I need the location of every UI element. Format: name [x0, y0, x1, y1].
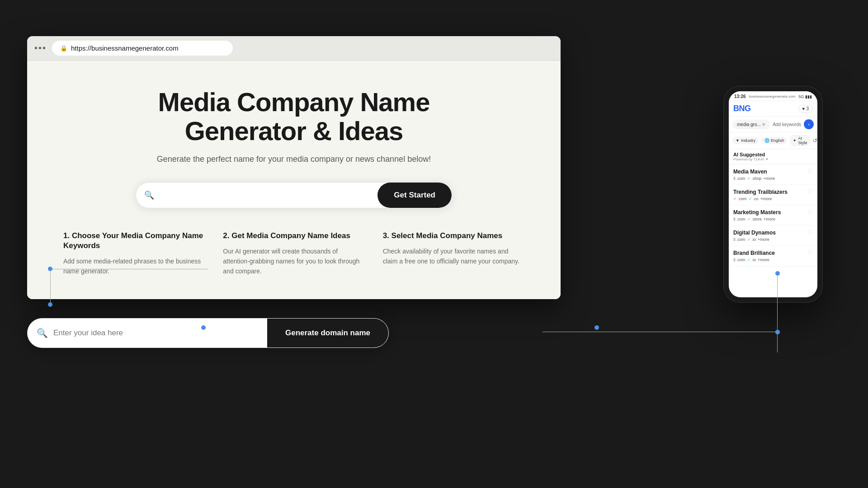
bottom-search-input-wrapper: 🔍	[28, 319, 267, 347]
name-title: Marketing Masters	[733, 209, 781, 216]
connector-dot-bottom	[48, 302, 52, 307]
heart-icon: ♥	[802, 106, 805, 111]
domain-tag-more[interactable]: +more	[760, 197, 772, 201]
dots-icon: •••	[34, 43, 47, 53]
phone-search-chip[interactable]: media gro... ✕	[732, 120, 770, 129]
website-content: Media Company Name Generator & Ideas Gen…	[27, 61, 561, 299]
domain-tag-com: $.com	[733, 237, 745, 242]
domain-tag-more[interactable]: +more	[764, 217, 775, 221]
favorite-heart-icon[interactable]: ♡	[807, 168, 813, 175]
filter-icon: ▼	[736, 138, 740, 143]
heart-count: 3	[806, 106, 809, 111]
domain-tag-more[interactable]: +more	[758, 237, 769, 242]
main-search-bar[interactable]: 🔍 Get Started	[136, 182, 452, 208]
language-filter[interactable]: 🌐 English	[761, 137, 788, 144]
ai-style-filter-label: AI Style	[798, 136, 807, 145]
phone-connector-horizontal	[542, 332, 778, 332]
ai-badge-icon: ✦	[765, 157, 769, 161]
phone-header: BNG ♥ 3	[729, 101, 817, 117]
brand-brilliance-title: Brand Brilliance	[733, 250, 775, 256]
phone-filter-row: ▼ Industry 🌐 English ✦ AI Style ↺	[729, 132, 817, 149]
domain-tag-more[interactable]: +more	[764, 176, 775, 181]
step-2: 2. Get Media Company Name Ideas Our AI g…	[223, 231, 364, 277]
phone-mockup: 13:26 businessnamegenerator.com 5G ▮▮▮ B…	[723, 86, 823, 303]
domain-tag-com: $.com	[733, 258, 745, 262]
step-1-title: 1. Choose Your Media Company Name Keywor…	[63, 231, 205, 251]
list-item[interactable]: Brand Brilliance ♡ $.com ✓.io +more	[729, 246, 817, 266]
step-1-desc: Add some media-related phrases to the bu…	[63, 256, 205, 277]
arrow-right-icon: ›	[808, 122, 810, 127]
domain-tag-shop: ✓.shop	[747, 176, 762, 181]
step-2-desc: Our AI generator will create thousands o…	[223, 246, 364, 277]
step-3: 3. Select Media Company Names Check avai…	[383, 231, 524, 277]
name-title: Digital Dynamos	[733, 230, 776, 236]
connector-line-left	[50, 269, 51, 305]
list-item[interactable]: Media Maven ♡ $.com ✓.shop +more	[729, 164, 817, 185]
browser-window: ••• 🔒 https://businessnamegenerator.com …	[27, 36, 561, 299]
bng-logo: BNG	[733, 104, 751, 113]
add-keywords-link[interactable]: Add keywords	[773, 122, 801, 127]
phone-status-bar: 13:26 businessnamegenerator.com 5G ▮▮▮	[729, 91, 817, 101]
name-title: Trending Trailblazers	[733, 189, 788, 195]
search-keyword: media gro...	[737, 122, 761, 127]
selection-handle-bottom-center	[201, 325, 206, 330]
ai-style-filter[interactable]: ✦ AI Style	[790, 135, 810, 146]
list-item[interactable]: Digital Dynamos ♡ $.com ✓.io +more	[729, 225, 817, 246]
ai-suggested-section: AI Suggested Powered by T1A AI ✦	[729, 149, 817, 164]
domain-tag-com: $.com	[733, 176, 745, 181]
connector-dot-top	[48, 267, 52, 271]
phone-search-row: media gro... ✕ Add keywords ›	[729, 117, 817, 132]
main-search-input[interactable]	[136, 183, 377, 207]
name-results-list: Media Maven ♡ $.com ✓.shop +more Trendin…	[729, 164, 817, 297]
favorites-badge[interactable]: ♥ 3	[798, 105, 813, 113]
domain-tag-com: $.com	[733, 217, 745, 221]
favorite-heart-icon[interactable]: ♡	[807, 188, 813, 195]
domain-tag-co: ✓.co	[749, 197, 759, 201]
generate-domain-button[interactable]: Generate domain name	[267, 319, 388, 347]
search-input-wrapper: 🔍	[136, 183, 377, 208]
globe-icon: 🌐	[764, 138, 769, 143]
list-item[interactable]: Marketing Masters ♡ $.com ✓.store +more	[729, 205, 817, 225]
favorite-heart-icon[interactable]: ♡	[807, 209, 813, 216]
connector-line-top	[50, 269, 208, 269]
phone-connector-dot-top	[775, 271, 780, 276]
bottom-search-input[interactable]	[53, 319, 258, 347]
phone-url: businessnamegenerator.com	[749, 94, 796, 99]
bottom-search-icon: 🔍	[37, 328, 48, 338]
favorite-heart-icon[interactable]: ♡	[807, 229, 813, 236]
page-subtitle: Generate the perfect name for your media…	[63, 155, 524, 164]
domain-tag-store: ✓.store	[747, 217, 762, 221]
ai-icon: ✦	[793, 138, 797, 143]
phone-status-icons: 5G ▮▮▮	[798, 94, 812, 99]
phone-connector-vertical	[777, 273, 778, 352]
list-item[interactable]: Trending Trailblazers ♡ ✓.com ✓.co +more	[729, 185, 817, 205]
phone-screen: 13:26 businessnamegenerator.com 5G ▮▮▮ B…	[729, 91, 817, 297]
phone-search-button[interactable]: ›	[804, 119, 814, 129]
domain-tag-io: ✓.io	[747, 258, 756, 262]
domain-tag-com: ✓.com	[733, 197, 747, 201]
name-title: Media Maven	[733, 169, 767, 175]
selection-handle-bottom-right	[594, 325, 599, 330]
refresh-button[interactable]: ↺	[813, 137, 817, 144]
step-3-title: 3. Select Media Company Names	[383, 231, 524, 241]
domain-tag-more[interactable]: +more	[758, 258, 769, 262]
address-bar[interactable]: 🔒 https://businessnamegenerator.com	[52, 41, 233, 56]
language-filter-label: English	[771, 138, 784, 143]
favorite-heart-icon[interactable]: ♡	[807, 249, 813, 256]
close-icon: ✕	[762, 122, 765, 127]
page-title: Media Company Name Generator & Ideas	[63, 88, 524, 145]
industry-filter[interactable]: ▼ Industry	[732, 137, 759, 144]
selection-handle-right	[775, 330, 780, 334]
get-started-button[interactable]: Get Started	[377, 183, 452, 208]
url-text: https://businessnamegenerator.com	[71, 44, 179, 52]
ai-suggested-subtitle: Powered by T1A AI ✦	[733, 157, 813, 161]
steps-section: 1. Choose Your Media Company Name Keywor…	[63, 231, 524, 277]
browser-toolbar: ••• 🔒 https://businessnamegenerator.com	[27, 36, 561, 61]
step-2-title: 2. Get Media Company Name Ideas	[223, 231, 364, 241]
domain-tag-io: ✓.io	[747, 237, 756, 242]
ai-suggested-title: AI Suggested	[733, 152, 813, 157]
lock-icon: 🔒	[60, 45, 67, 52]
phone-time: 13:26	[734, 94, 746, 99]
industry-filter-label: Industry	[741, 138, 755, 143]
bottom-search-bar[interactable]: 🔍 Generate domain name	[27, 318, 389, 348]
